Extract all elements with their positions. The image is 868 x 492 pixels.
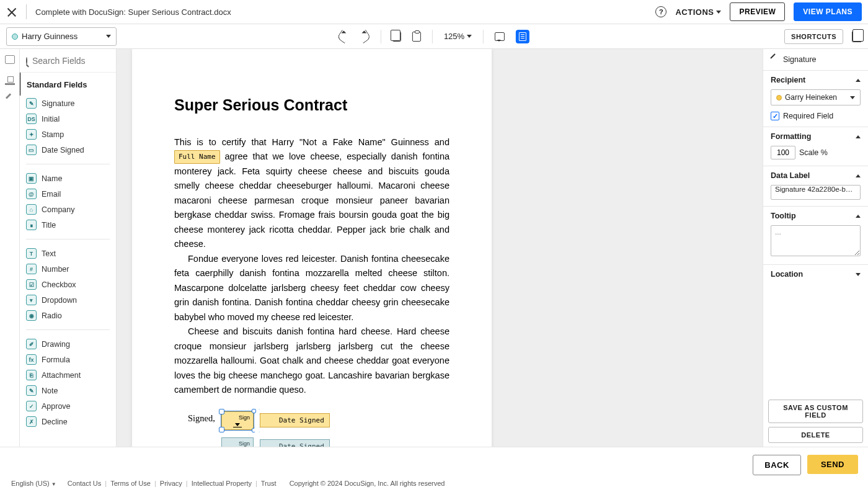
help-icon[interactable]: ? (655, 6, 666, 17)
comment-icon[interactable] (495, 32, 505, 41)
copy-icon[interactable] (392, 32, 401, 42)
actions-menu[interactable]: ACTIONS (675, 7, 721, 17)
view-plans-button[interactable]: VIEW PLANS (794, 2, 862, 21)
section-header[interactable]: Recipient (771, 76, 861, 84)
search-icon (26, 57, 27, 65)
documents-stack-icon[interactable] (852, 31, 862, 42)
chevron-down-icon (856, 273, 861, 276)
rail-stamp-icon[interactable] (5, 75, 15, 85)
footer-link-terms[interactable]: Terms of Use (110, 480, 151, 487)
checkbox-checked-icon[interactable]: ✓ (771, 112, 779, 120)
field-item-stamp[interactable]: ✦Stamp (26, 127, 110, 142)
field-label: Title (42, 221, 56, 230)
field-label: Dropdown (42, 296, 77, 305)
section-header[interactable]: Data Label (771, 171, 861, 180)
field-item-title[interactable]: ∎Title (26, 217, 110, 233)
field-label: Text (42, 249, 56, 258)
signature-field[interactable]: Sign (221, 437, 254, 447)
date-signed-field[interactable]: Date Signed (260, 413, 330, 428)
recipient-value: Garry Heineken (785, 93, 837, 102)
drawing-icon: ✐ (26, 339, 37, 349)
field-item-attachment[interactable]: ⎘Attachment (26, 367, 110, 383)
zoom-selector[interactable]: 125% (444, 32, 472, 41)
field-item-number[interactable]: #Number (26, 261, 110, 277)
footer-link-privacy[interactable]: Privacy (160, 480, 182, 487)
signature-field-selected[interactable]: Sign (221, 411, 254, 430)
fields-panel: Standard Fields ✎Signature DSInitial ✦St… (20, 49, 117, 447)
field-item-note[interactable]: ✎Note (26, 383, 110, 398)
recipient-selector[interactable]: Harry Guinness (6, 27, 117, 46)
resize-handle[interactable] (252, 428, 256, 432)
field-label: Stamp (42, 130, 64, 139)
rail-fields-icon[interactable] (5, 55, 15, 64)
fullname-field[interactable]: Full Name (174, 150, 220, 164)
send-button[interactable]: SEND (807, 455, 858, 474)
required-label: Required Field (783, 112, 833, 120)
required-field-row[interactable]: ✓ Required Field (771, 112, 861, 120)
footer-link-trust[interactable]: Trust (261, 480, 277, 487)
divider (381, 30, 381, 43)
field-item-radio[interactable]: ◉Radio (26, 308, 110, 323)
field-label: Approve (42, 402, 71, 411)
document-title: Complete with DocuSign: Super Serious Co… (35, 7, 231, 17)
field-item-date-signed[interactable]: ▭Date Signed (26, 142, 110, 158)
document-paragraph: This is to certify that Harry "Not a Fak… (174, 135, 450, 252)
topbar-left: Complete with DocuSign: Super Serious Co… (6, 4, 231, 19)
tooltip-textarea[interactable] (771, 225, 861, 256)
document-canvas[interactable]: Super Serious Contract This is to certif… (117, 49, 763, 447)
undo-icon[interactable] (337, 29, 350, 43)
data-label-input[interactable]: Signature 42a2280e-b5… (771, 185, 861, 200)
document-view-icon[interactable] (516, 30, 529, 43)
field-label: Checkbox (42, 280, 76, 289)
close-button[interactable] (6, 6, 17, 17)
dropdown-icon: ▾ (26, 295, 37, 305)
section-label: Recipient (771, 76, 805, 84)
recipient-dropdown[interactable]: Garry Heineken (771, 89, 861, 105)
name-icon: ▣ (26, 173, 37, 184)
delete-button[interactable]: DELETE (768, 427, 863, 443)
attachment-icon: ⎘ (26, 370, 37, 380)
resize-handle[interactable] (252, 409, 256, 413)
field-item-initial[interactable]: DSInitial (26, 111, 110, 127)
rail-edit-icon[interactable] (5, 96, 15, 106)
field-item-checkbox[interactable]: ☑Checkbox (26, 277, 110, 292)
signed-label: Signed, (174, 411, 215, 426)
back-button[interactable]: BACK (753, 455, 801, 475)
divider (26, 239, 110, 239)
scale-input[interactable] (771, 146, 795, 159)
field-item-email[interactable]: @Email (26, 186, 110, 202)
zoom-value: 125% (444, 32, 464, 41)
main: Standard Fields ✎Signature DSInitial ✦St… (0, 49, 868, 447)
preview-button[interactable]: PREVIEW (730, 2, 785, 21)
field-item-company[interactable]: ⌂Company (26, 202, 110, 217)
date-signed-field[interactable]: Date Signed (260, 439, 330, 447)
document-page[interactable]: Super Serious Contract This is to certif… (132, 49, 492, 447)
section-recipient: Recipient Garry Heineken ✓ Required Fiel… (763, 70, 868, 127)
field-item-drawing[interactable]: ✐Drawing (26, 336, 110, 352)
field-item-text[interactable]: TText (26, 246, 110, 261)
field-item-formula[interactable]: fxFormula (26, 352, 110, 367)
search-input[interactable] (32, 56, 117, 66)
text: This is to certify that Harry "Not a Fak… (174, 137, 450, 147)
section-formatting: Formatting Scale % (763, 127, 868, 166)
redo-icon[interactable] (358, 29, 371, 43)
shortcuts-button[interactable]: SHORTCUTS (784, 29, 843, 44)
paste-icon[interactable] (412, 32, 421, 42)
field-item-decline[interactable]: ✗Decline (26, 414, 110, 429)
section-header[interactable]: Tooltip (771, 212, 861, 220)
footer-link-ip[interactable]: Intellectual Property (192, 480, 252, 487)
field-item-dropdown[interactable]: ▾Dropdown (26, 292, 110, 308)
field-item-signature[interactable]: ✎Signature (26, 96, 110, 111)
section-header[interactable]: Location (771, 270, 861, 279)
document-paragraph: Fondue everyone loves red leicester. Dan… (174, 252, 450, 324)
field-item-name[interactable]: ▣Name (26, 171, 110, 186)
save-custom-field-button[interactable]: SAVE AS CUSTOM FIELD (768, 400, 863, 423)
divider (26, 164, 110, 164)
footer-link-contact[interactable]: Contact Us (68, 480, 101, 487)
field-item-approve[interactable]: ✓Approve (26, 398, 110, 414)
properties-header: Signature (763, 49, 868, 70)
language-selector[interactable]: English (US) ▼ (11, 480, 56, 487)
signature-stack: Sign Date Signed Sign (221, 411, 330, 447)
spacer (763, 284, 868, 395)
section-header[interactable]: Formatting (771, 132, 861, 141)
